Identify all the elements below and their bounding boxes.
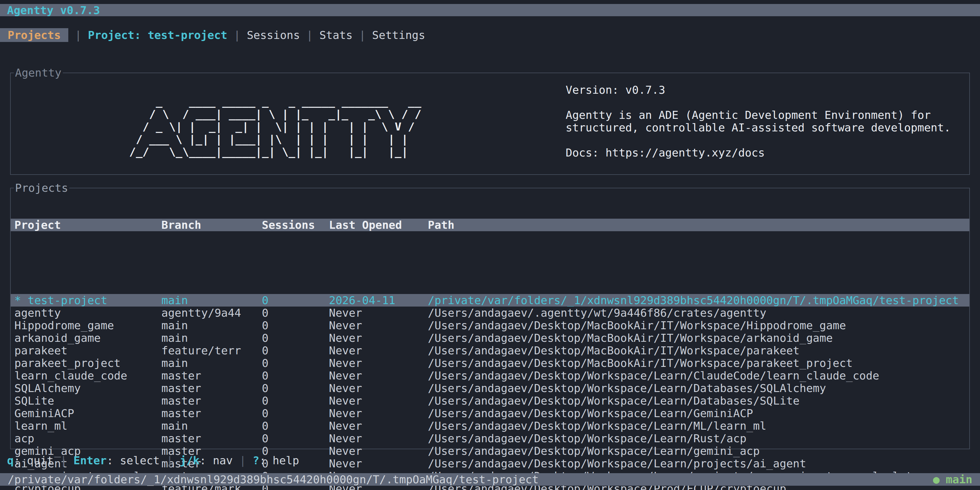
- help-key-: ?: [253, 454, 259, 467]
- table-row[interactable]: SQLitemaster0Never/Users/andagaev/Deskto…: [11, 395, 969, 407]
- table-header-gap: [11, 256, 969, 269]
- help-separator: |: [233, 454, 253, 467]
- tab-settings[interactable]: Settings: [372, 28, 425, 42]
- cell-last-opened: Never: [329, 332, 428, 344]
- help-desc-help: : help: [259, 454, 299, 467]
- cell-project: arkanoid_game: [14, 332, 161, 344]
- cell-project: SQLAlchemy: [14, 382, 161, 395]
- cell-branch: main: [161, 332, 262, 344]
- cell-branch: agentty/9a44: [161, 307, 262, 319]
- agentty-panel: Agentty _ ____ _____ _ _ _____ _______ _…: [10, 73, 970, 175]
- status-bar: /private/var/folders/_1/xdnwsnl929d389bh…: [0, 473, 980, 486]
- cell-branch: master: [161, 382, 262, 395]
- help-key-enter: Enter: [73, 454, 107, 467]
- ascii-logo: _ ____ _____ _ _ _____ _______ __ / \ / …: [129, 95, 422, 158]
- col-header-sessions: Sessions: [262, 219, 329, 231]
- table-row[interactable]: acpmaster0Never/Users/andagaev/Desktop/W…: [11, 432, 969, 445]
- table-row[interactable]: parakeet_projectmain0Never/Users/andagae…: [11, 357, 969, 369]
- cell-last-opened: Never: [329, 457, 428, 470]
- tab-project-test-project[interactable]: Project: test-project: [88, 28, 227, 42]
- table-row[interactable]: arkanoid_gamemain0Never/Users/andagaev/D…: [11, 332, 969, 344]
- cell-project: Hippodrome_game: [14, 319, 161, 332]
- cell-branch: main: [161, 357, 262, 369]
- cell-sessions: 0: [262, 395, 329, 407]
- cell-sessions: 0: [262, 357, 329, 369]
- tab-bar: Projects|Project: test-project|Sessions|…: [0, 28, 980, 42]
- cell-last-opened: Never: [329, 432, 428, 445]
- help-separator: |: [160, 454, 180, 467]
- cell-path: /Users/andagaev/Desktop/MacBookAir/IT/Wo…: [428, 344, 969, 357]
- cell-project: GeminiACP: [14, 407, 161, 420]
- table-row[interactable]: Hippodrome_gamemain0Never/Users/andagaev…: [11, 319, 969, 332]
- branch-name: main: [946, 473, 972, 486]
- cell-sessions: 0: [262, 432, 329, 445]
- cell-last-opened: Never: [329, 407, 428, 420]
- cell-project: learn_claude_code: [14, 369, 161, 382]
- app-title: Agentty v0.7.3: [7, 4, 100, 16]
- cell-path: /private/var/folders/_1/xdnwsnl929d389bh…: [428, 294, 969, 307]
- cell-sessions: 0: [262, 420, 329, 432]
- cell-sessions: 0: [262, 382, 329, 395]
- table-row[interactable]: SQLAlchemymaster0Never/Users/andagaev/De…: [11, 382, 969, 395]
- help-desc-select: : select: [107, 454, 159, 467]
- cell-sessions: 0: [262, 294, 329, 307]
- tab-separator: |: [234, 29, 240, 41]
- projects-panel-label: Projects: [14, 181, 69, 194]
- tab-stats[interactable]: Stats: [320, 28, 353, 42]
- cell-path: /Users/andagaev/Desktop/MacBookAir/IT/Wo…: [428, 332, 969, 344]
- cell-last-opened: Never: [329, 307, 428, 319]
- tab-separator: |: [359, 29, 366, 41]
- projects-panel: Projects Project Branch Sessions Last Op…: [10, 188, 970, 449]
- cell-path: /Users/andagaev/Desktop/Workspace/Learn/…: [428, 457, 969, 470]
- terminal-screen: Agentty v0.7.3 Projects|Project: test-pr…: [0, 0, 980, 490]
- col-header-last-opened: Last Opened: [329, 219, 428, 231]
- tab-sessions[interactable]: Sessions: [247, 28, 300, 42]
- agentty-panel-label: Agentty: [14, 67, 63, 79]
- cell-project: parakeet: [14, 344, 161, 357]
- col-header-branch: Branch: [161, 219, 262, 231]
- cell-branch: master: [161, 407, 262, 420]
- projects-table: Project Branch Sessions Last Opened Path…: [11, 194, 969, 490]
- tab-separator: |: [75, 29, 81, 41]
- table-row[interactable]: learn_mlmain0Never/Users/andagaev/Deskto…: [11, 420, 969, 432]
- cell-sessions: 0: [262, 344, 329, 357]
- table-row[interactable]: learn_claude_codemaster0Never/Users/anda…: [11, 369, 969, 382]
- table-row[interactable]: * test-projectmain02026-04-11/private/va…: [11, 294, 969, 307]
- col-header-project: Project: [14, 219, 161, 231]
- cell-path: /Users/andagaev/Desktop/Workspace/Learn/…: [428, 445, 969, 457]
- table-row[interactable]: agenttyagentty/9a440Never/Users/andagaev…: [11, 307, 969, 319]
- cell-branch: main: [161, 294, 262, 307]
- status-path: /private/var/folders/_1/xdnwsnl929d389bh…: [8, 473, 539, 486]
- branch-indicator: ●main: [933, 473, 972, 486]
- cell-last-opened: Never: [329, 395, 428, 407]
- cell-sessions: 0: [262, 407, 329, 420]
- branch-dot-icon: ●: [933, 473, 940, 486]
- cell-sessions: 0: [262, 319, 329, 332]
- cell-project: learn_ml: [14, 420, 161, 432]
- cell-project: SQLite: [14, 395, 161, 407]
- cell-project: acp: [14, 432, 161, 445]
- cell-sessions: 0: [262, 369, 329, 382]
- cell-path: /Users/andagaev/Desktop/Workspace/Learn/…: [428, 395, 969, 407]
- cell-branch: main: [161, 420, 262, 432]
- cell-last-opened: Never: [329, 382, 428, 395]
- cell-sessions: 0: [262, 307, 329, 319]
- cell-last-opened: Never: [329, 344, 428, 357]
- help-key-j-k: j/k: [180, 454, 200, 467]
- col-header-path: Path: [428, 219, 969, 231]
- tab-separator: |: [306, 29, 313, 41]
- cell-path: /Users/andagaev/Desktop/Workspace/Learn/…: [428, 420, 969, 432]
- table-header-row: Project Branch Sessions Last Opened Path: [11, 219, 969, 231]
- cell-last-opened: 2026-04-11: [329, 294, 428, 307]
- table-row[interactable]: GeminiACPmaster0Never/Users/andagaev/Des…: [11, 407, 969, 420]
- cell-last-opened: Never: [329, 319, 428, 332]
- table-row[interactable]: parakeetfeature/terr0Never/Users/andagae…: [11, 344, 969, 357]
- cell-path: /Users/andagaev/Desktop/Workspace/Learn/…: [428, 369, 969, 382]
- tab-projects[interactable]: Projects: [0, 28, 68, 42]
- cell-path: /Users/andagaev/Desktop/Workspace/Learn/…: [428, 432, 969, 445]
- cell-branch: main: [161, 319, 262, 332]
- cell-path: /Users/andagaev/Desktop/MacBookAir/IT/Wo…: [428, 357, 969, 369]
- cell-sessions: 0: [262, 332, 329, 344]
- cell-path: /Users/andagaev/.agentty/wt/9a446f86/cra…: [428, 307, 969, 319]
- help-desc-quit: : quit: [14, 454, 54, 467]
